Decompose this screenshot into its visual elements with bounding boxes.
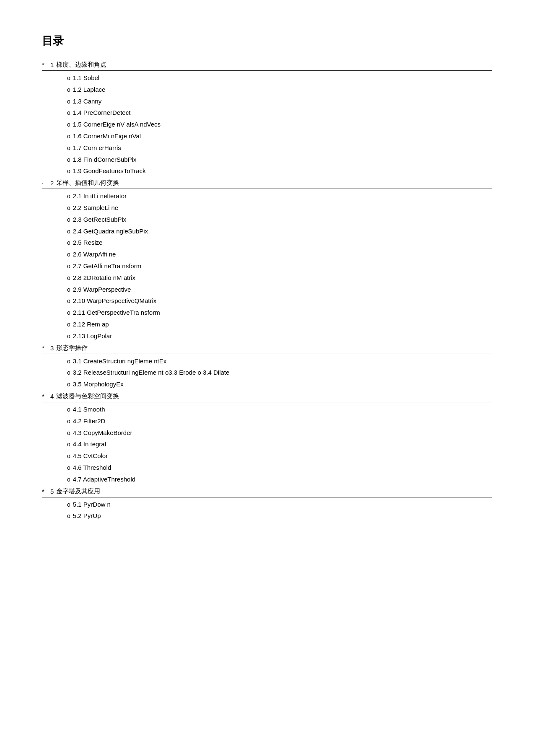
sub-bullet-icon: o — [67, 308, 70, 318]
list-item: o4.7 AdaptiveThreshold — [67, 474, 492, 485]
sub-item-label: 1.4 PreCornerDetect — [73, 107, 131, 118]
sub-item-label: 2.1 In itLi nelterator — [73, 191, 127, 202]
section-num-5: 5 — [50, 488, 54, 495]
sub-bullet-icon: o — [67, 440, 70, 450]
sub-item-label: 1.2 Laplace — [73, 84, 106, 95]
section-bullet-1: * — [42, 61, 48, 68]
sub-item-label: 2.9 WarpPerspective — [73, 284, 131, 295]
sub-item-label: 4.6 Threshold — [73, 462, 111, 473]
sub-bullet-icon: o — [67, 97, 70, 107]
section-bullet-2: · — [42, 179, 48, 186]
sub-item-label: 4.1 Smooth — [73, 404, 105, 415]
sub-bullet-icon: o — [67, 73, 70, 83]
sub-item-label: 5.2 PyrUp — [73, 510, 101, 521]
sub-item-label: 4.3 CopyMakeBorder — [73, 427, 132, 438]
section-title-1: 梯度、边缘和角点 — [56, 61, 106, 69]
toc-section-5: *5金字塔及其应用o5.1 PyrDow no5.2 PyrUp — [42, 487, 492, 522]
sub-item-label: 5.1 PyrDow n — [73, 499, 111, 510]
toc-section-2: ·2采样、插值和几何变换o2.1 In itLi nelteratoro2.2 … — [42, 179, 492, 341]
section-bullet-5: * — [42, 488, 48, 495]
sub-bullet-icon: o — [67, 285, 70, 295]
list-item: o2.2 SampleLi ne — [67, 202, 492, 213]
sub-bullet-icon: o — [67, 320, 70, 330]
sub-item-label: 1.1 Sobel — [73, 72, 99, 83]
sub-list-3: o3.1 CreateStructuri ngEleme ntExo3.2 Re… — [67, 356, 492, 390]
sub-item-label: 2.8 2DRotatio nM atrix — [73, 272, 135, 283]
sub-bullet-icon: o — [67, 405, 70, 415]
sub-item-label: 1.9 GoodFeaturesToTrack — [73, 166, 146, 176]
list-item: o1.6 CornerMi nEige nVal — [67, 131, 492, 142]
sub-bullet-icon: o — [67, 85, 70, 95]
list-item: o2.7 GetAffi neTra nsform — [67, 261, 492, 272]
list-item: o2.3 GetRectSubPix — [67, 214, 492, 225]
section-header-1: *1梯度、边缘和角点 — [42, 61, 492, 71]
sub-list-5: o5.1 PyrDow no5.2 PyrUp — [67, 499, 492, 522]
section-header-3: *3形态学操作 — [42, 344, 492, 354]
sub-item-label: 1.3 Canny — [73, 96, 101, 107]
list-item: o1.9 GoodFeaturesToTrack — [67, 166, 492, 176]
list-item: o2.8 2DRotatio nM atrix — [67, 272, 492, 283]
sub-bullet-icon: o — [67, 227, 70, 237]
list-item: o3.1 CreateStructuri ngEleme ntEx — [67, 356, 492, 367]
section-header-5: *5金字塔及其应用 — [42, 487, 492, 497]
section-title-5: 金字塔及其应用 — [56, 487, 100, 495]
sub-item-label: 3.1 CreateStructuri ngEleme ntEx — [73, 356, 166, 367]
sub-bullet-icon: o — [67, 451, 70, 461]
sub-bullet-icon: o — [67, 155, 70, 165]
list-item: o5.2 PyrUp — [67, 510, 492, 521]
section-title-2: 采样、插值和几何变换 — [56, 179, 119, 187]
sub-bullet-icon: o — [67, 500, 70, 510]
sub-item-label: 2.13 LogPolar — [73, 331, 112, 342]
sub-item-label: 2.4 GetQuadra ngleSubPix — [73, 226, 148, 237]
section-header-4: *4滤波器与色彩空间变换 — [42, 392, 492, 402]
sub-item-label: 3.2 ReleaseStructuri ngEleme nt o3.3 Ero… — [73, 367, 230, 378]
sub-item-label: 4.4 In tegral — [73, 439, 106, 450]
list-item: o2.11 GetPerspectiveTra nsform — [67, 307, 492, 318]
list-item: o2.4 GetQuadra ngleSubPix — [67, 226, 492, 237]
sub-bullet-icon: o — [67, 143, 70, 153]
sub-item-label: 2.3 GetRectSubPix — [73, 214, 127, 225]
sub-list-2: o2.1 In itLi nelteratoro2.2 SampleLi neo… — [67, 191, 492, 341]
list-item: o5.1 PyrDow n — [67, 499, 492, 510]
list-item: o4.6 Threshold — [67, 462, 492, 473]
list-item: o2.6 WarpAffi ne — [67, 249, 492, 260]
section-title-3: 形态学操作 — [56, 344, 88, 352]
sub-bullet-icon: o — [67, 132, 70, 142]
sub-bullet-icon: o — [67, 215, 70, 225]
list-item: o2.12 Rem ap — [67, 319, 492, 330]
list-item: o3.2 ReleaseStructuri ngEleme nt o3.3 Er… — [67, 367, 492, 378]
sub-item-label: 4.5 CvtColor — [73, 450, 108, 461]
list-item: o4.4 In tegral — [67, 439, 492, 450]
sub-bullet-icon: o — [67, 511, 70, 521]
toc-section-4: *4滤波器与色彩空间变换o4.1 Smootho4.2 Filter2Do4.3… — [42, 392, 492, 485]
sub-bullet-icon: o — [67, 203, 70, 213]
sub-bullet-icon: o — [67, 273, 70, 283]
sub-item-label: 2.10 WarpPerspectiveQMatrix — [73, 295, 157, 306]
list-item: o2.13 LogPolar — [67, 331, 492, 342]
list-item: o4.2 Filter2D — [67, 416, 492, 427]
list-item: o1.4 PreCornerDetect — [67, 107, 492, 118]
section-bullet-4: * — [42, 393, 48, 400]
toc-list: *1梯度、边缘和角点o1.1 Sobelo1.2 Laplaceo1.3 Can… — [42, 61, 492, 521]
sub-bullet-icon: o — [67, 428, 70, 438]
section-title-4: 滤波器与色彩空间变换 — [56, 392, 119, 400]
sub-bullet-icon: o — [67, 331, 70, 342]
sub-item-label: 1.5 CornerEige nV alsA ndVecs — [73, 119, 161, 130]
sub-item-label: 4.7 AdaptiveThreshold — [73, 474, 135, 485]
list-item: o2.1 In itLi nelterator — [67, 191, 492, 202]
section-num-2: 2 — [50, 179, 54, 186]
sub-list-1: o1.1 Sobelo1.2 Laplaceo1.3 Cannyo1.4 Pre… — [67, 72, 492, 176]
sub-bullet-icon: o — [67, 120, 70, 130]
sub-item-label: 2.7 GetAffi neTra nsform — [73, 261, 141, 272]
section-bullet-3: * — [42, 344, 48, 352]
list-item: o2.5 Resize — [67, 237, 492, 248]
sub-bullet-icon: o — [67, 463, 70, 473]
sub-item-label: 2.5 Resize — [73, 237, 103, 248]
list-item: o1.8 Fin dCornerSubPix — [67, 154, 492, 165]
sub-bullet-icon: o — [67, 238, 70, 248]
sub-item-label: 3.5 MorphologyEx — [73, 379, 124, 390]
list-item: o1.5 CornerEige nV alsA ndVecs — [67, 119, 492, 130]
toc-section-3: *3形态学操作o3.1 CreateStructuri ngEleme ntEx… — [42, 344, 492, 390]
sub-bullet-icon: o — [67, 357, 70, 367]
sub-item-label: 2.12 Rem ap — [73, 319, 109, 330]
